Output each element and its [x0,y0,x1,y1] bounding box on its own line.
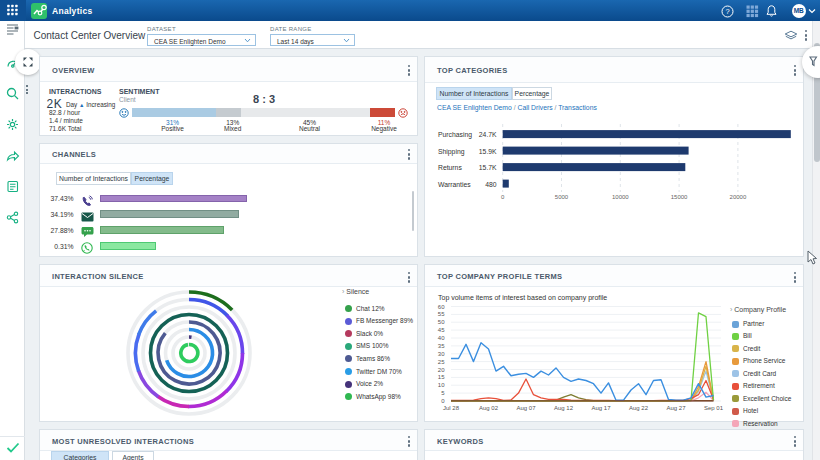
svg-text:Aug 17: Aug 17 [591,405,611,411]
svg-text:45: 45 [438,327,445,333]
svg-text:Aug 07: Aug 07 [516,405,536,411]
svg-text:40: 40 [438,335,445,341]
svg-text:Aug 02: Aug 02 [479,405,499,411]
svg-text:Aug 12: Aug 12 [554,405,574,411]
svg-text:Shipping: Shipping [438,148,465,156]
svg-text:Jul 28: Jul 28 [443,405,460,411]
svg-text:10: 10 [438,382,445,388]
svg-text:Aug 27: Aug 27 [666,405,686,411]
svg-text:Aug 22: Aug 22 [629,405,649,411]
svg-text:Warranties: Warranties [438,181,471,188]
svg-text:25: 25 [438,359,445,365]
svg-text:15.7K: 15.7K [479,164,497,171]
svg-text:5: 5 [441,390,445,396]
svg-text:Returns: Returns [438,164,462,171]
svg-text:10000: 10000 [612,194,629,200]
svg-text:20: 20 [438,367,445,373]
svg-text:35: 35 [438,343,445,349]
svg-text:?: ? [725,7,729,16]
svg-text:60: 60 [438,304,445,310]
svg-text:Purchasing: Purchasing [438,131,472,139]
svg-text:15.9K: 15.9K [479,148,497,155]
svg-text:Sep 01: Sep 01 [704,405,724,411]
svg-text:50: 50 [438,319,445,325]
svg-text:15000: 15000 [671,194,688,200]
svg-text:30: 30 [438,351,445,357]
svg-text:55: 55 [438,311,445,317]
svg-text:480: 480 [485,181,497,188]
svg-text:20000: 20000 [730,194,747,200]
svg-text:0: 0 [441,398,445,404]
svg-text:5000: 5000 [555,194,569,200]
svg-text:24.7K: 24.7K [479,131,497,138]
svg-text:15: 15 [438,374,445,380]
svg-text:0: 0 [501,194,505,200]
